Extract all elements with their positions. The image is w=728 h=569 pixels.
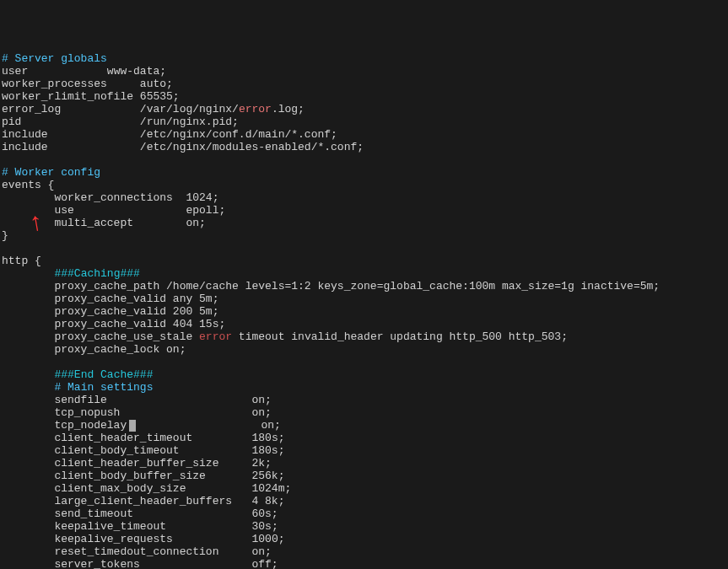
config-value: 4 8k; <box>245 495 285 507</box>
pad <box>173 533 245 545</box>
proxy-cache-path: proxy_cache_path /home/cache levels=1:2 … <box>2 280 660 293</box>
config-key: multi_accept <box>2 217 133 229</box>
pad <box>133 507 245 520</box>
comment-caching-start: ###Caching### <box>54 267 139 280</box>
config-key: client_body_buffer_size <box>2 470 206 482</box>
events-open: events { <box>2 179 54 191</box>
config-key: reset_timedout_connection <box>2 545 218 558</box>
pad <box>107 394 245 406</box>
comment-server-globals: # Server globals <box>2 52 107 65</box>
proxy-cache-valid: proxy_cache_valid any 5m; <box>2 293 218 305</box>
pad <box>232 495 245 507</box>
pad <box>180 444 245 457</box>
config-value: on; <box>245 394 272 406</box>
pad <box>192 432 245 444</box>
proxy-cache-use-stale-prefix: proxy_cache_use_stale <box>2 330 199 343</box>
config-key: large_client_header_buffers <box>2 495 232 507</box>
pad <box>21 115 133 128</box>
config-key: server_tokens <box>2 558 140 569</box>
config-value: /etc/nginx/conf.d/main/*.conf; <box>133 128 337 141</box>
error-keyword: error <box>239 103 272 115</box>
config-value: on; <box>245 406 272 419</box>
config-key: send_timeout <box>2 507 133 520</box>
config-value: 1000; <box>245 533 285 545</box>
config-key: keepalive_timeout <box>2 520 166 533</box>
pad <box>218 545 245 558</box>
config-value: 180s; <box>245 444 285 457</box>
proxy-cache-valid: proxy_cache_valid 404 15s; <box>2 318 225 330</box>
config-key: tcp_nodelay <box>2 419 127 432</box>
pad <box>61 103 133 115</box>
config-key: tcp_nopush <box>2 406 120 419</box>
config-key: client_header_buffer_size <box>2 457 218 470</box>
proxy-cache-valid: proxy_cache_valid 200 5m; <box>2 305 218 318</box>
events-close: } <box>2 229 8 242</box>
config-value: on; <box>255 419 281 432</box>
config-value: www-data; <box>100 65 166 78</box>
config-key: keepalive_requests <box>2 533 173 545</box>
config-value: on; <box>245 545 272 558</box>
code-editor[interactable]: # Server globalsuser www-data;worker_pro… <box>2 52 726 569</box>
config-key: worker_processes <box>2 78 107 90</box>
config-key: include <box>2 128 48 141</box>
config-value: 2k; <box>245 457 272 470</box>
comment-caching-end: ###End Cache### <box>54 368 153 381</box>
pad <box>48 141 133 153</box>
pad <box>186 482 245 495</box>
config-key: worker_connections <box>2 191 173 204</box>
pad <box>74 204 173 217</box>
config-key: client_body_timeout <box>2 444 180 457</box>
config-key: use <box>2 204 74 217</box>
comment-worker-config: # Worker config <box>2 166 100 179</box>
config-key: include <box>2 141 48 153</box>
pad <box>48 128 133 141</box>
comment-main-settings: # Main settings <box>54 381 153 394</box>
config-key: user <box>2 65 28 78</box>
config-value: 1024m; <box>245 482 292 495</box>
config-value: 180s; <box>245 432 285 444</box>
pad <box>140 558 245 569</box>
config-value: 1024; <box>173 191 219 204</box>
proxy-cache-use-stale-suffix: timeout invalid_header updating http_500… <box>232 330 568 343</box>
config-value: 30s; <box>245 520 278 533</box>
error-keyword: error <box>199 330 232 343</box>
config-key: client_max_body_size <box>2 482 186 495</box>
pad <box>166 520 245 533</box>
config-value: auto; <box>133 78 173 90</box>
config-value: on; <box>173 217 206 229</box>
pad <box>136 419 254 432</box>
pad <box>107 78 133 90</box>
pad <box>218 457 245 470</box>
config-key: pid <box>2 115 21 128</box>
config-key: worker_rlimit_nofile <box>2 90 133 103</box>
config-key: error_log <box>2 103 61 115</box>
config-value: off; <box>245 558 278 569</box>
path-suffix: .log; <box>272 103 305 115</box>
http-open: http { <box>2 255 41 267</box>
proxy-cache-lock: proxy_cache_lock on; <box>2 343 186 356</box>
path-prefix: /var/log/nginx/ <box>133 103 239 115</box>
config-value: epoll; <box>173 204 225 217</box>
config-value: /run/nginx.pid; <box>133 115 239 128</box>
pad <box>28 65 100 78</box>
config-key: client_header_timeout <box>2 432 192 444</box>
config-value: 65535; <box>133 90 180 103</box>
pad <box>120 406 245 419</box>
config-key: sendfile <box>2 394 107 406</box>
pad <box>206 470 245 482</box>
config-value: /etc/nginx/modules-enabled/*.conf; <box>133 141 364 153</box>
pad <box>133 217 173 229</box>
config-value: 256k; <box>245 470 285 482</box>
config-value: 60s; <box>245 507 278 520</box>
